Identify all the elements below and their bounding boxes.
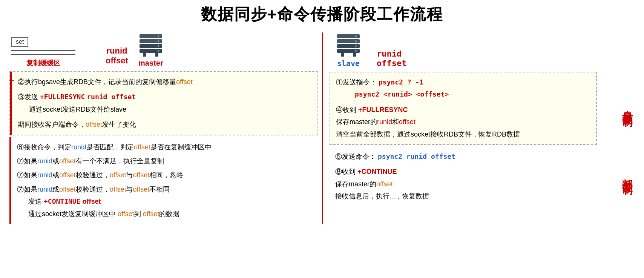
step4-s1-t2: 和	[392, 118, 399, 126]
step8-sub1: 保存master的offset	[335, 178, 593, 190]
step5-t1: ⑤发送命令：	[335, 153, 378, 160]
svg-point-5	[158, 40, 159, 42]
master-label: master	[138, 59, 163, 68]
step7a-offset: offset	[59, 157, 76, 165]
left-panel: set 复制缓缓区 runid offset	[8, 32, 322, 224]
step7c-t1: ⑦如果	[17, 186, 37, 193]
page-title: 数据同步+命令传播阶段工作流程	[8, 4, 636, 25]
step7c-off4: offset	[143, 210, 159, 218]
step7b-t2: 或	[52, 171, 59, 179]
period-row: 期间接收客户端命令，offset发生了变化	[18, 118, 312, 131]
vertical-divider	[322, 32, 323, 224]
step7b-t5: 相同，忽略	[149, 171, 183, 179]
step4-s1-t1: 保存master的	[336, 118, 377, 126]
step7b-offset: offset	[59, 171, 76, 179]
bu-fen-label-container: 部分复制	[618, 140, 636, 207]
master-server-icon	[136, 32, 166, 59]
step7c-offset: offset	[59, 186, 76, 193]
step7c-t2: 或	[52, 186, 59, 193]
right-main-content: ①发送指令： psync2 ? -1 psync2 <runid> <offse…	[330, 72, 618, 207]
step8-s2: 接收信息后，执行...，恢复数据	[335, 192, 429, 200]
svg-point-6	[158, 45, 159, 47]
step7c-s1-t1: 发送	[28, 198, 44, 205]
right-runid: runid	[377, 49, 402, 58]
red-bar-partial	[9, 137, 11, 224]
page-container: 数据同步+命令传播阶段工作流程 set 复制缓缓区 runid off	[0, 0, 644, 227]
step7c-off1: offset	[110, 186, 126, 193]
step3-runid-offset: runid offset	[87, 93, 136, 101]
svg-rect-8	[143, 53, 146, 57]
step7b-t1: ⑦如果	[17, 171, 37, 179]
right-partial-section: ⑤发送命令： psync2 runid offset ⑧收到 +CONTINUE…	[330, 147, 597, 206]
step1-sub: psync2 <runid> <offset>	[355, 88, 592, 100]
step5-row: ⑤发送命令： psync2 runid offset	[335, 151, 593, 163]
red-arrow-full: →	[8, 76, 15, 84]
step4-sub1: 保存master的runid和offset	[336, 116, 592, 128]
step7b-off2: offset	[133, 171, 149, 179]
quan-liang-label-container: 全量复制	[618, 72, 636, 140]
step8-s1-offset: offset	[376, 180, 393, 188]
side-labels: 全量复制 部分复制	[618, 72, 636, 207]
step6-t2: 是否匹配，判定	[86, 143, 134, 151]
step7c-t5: 不相同	[149, 186, 170, 193]
left-partial-section: ⑥接收命令，判定runid是否匹配，判定offset是否在复制缓冲区中 ⑦如果r…	[9, 137, 318, 224]
step4-fullresync: +FULLRESYNC	[358, 106, 408, 114]
step8-continue: +CONTINUE	[357, 168, 397, 175]
step4-row: ④收到 +FULLRESYNC	[336, 104, 592, 116]
left-full-replication-section: → ②执行bgsave生成RDB文件，记录当前的复制偏移量offset ③发送 …	[9, 71, 318, 135]
step8-sub2: 接收信息后，执行...，恢复数据	[335, 190, 593, 202]
bu-fen-label: 部分复制	[620, 170, 634, 177]
step3-row: ③发送 +FULLRESYNC runid offset	[18, 91, 312, 103]
step1-sub-text: psync2 <runid> <offset>	[355, 90, 449, 98]
step7b-off1: offset	[110, 171, 126, 179]
step6-t3: 是否在复制缓冲区中	[150, 143, 212, 151]
step6-t1: ⑥接收命令，判定	[17, 143, 71, 151]
svg-point-7	[158, 50, 159, 52]
step7a-t2: 或	[52, 157, 59, 165]
right-full-section: ①发送指令： psync2 ? -1 psync2 <runid> <offse…	[330, 72, 597, 145]
step7c-sub1: 发送 +CONTINUE offset	[28, 195, 313, 207]
step4-sub2: 清空当前全部数据，通过socket接收RDB文件，恢复RDB数据	[336, 128, 592, 140]
step3-text1: ③发送	[18, 93, 40, 101]
step2-row: ②执行bgsave生成RDB文件，记录当前的复制偏移量offset	[18, 76, 312, 88]
step7a-t1: ⑦如果	[17, 157, 37, 165]
right-content: ①发送指令： psync2 ? -1 psync2 <runid> <offse…	[330, 72, 636, 207]
step2-offset: offset	[176, 78, 193, 86]
step5-psync: psync2 runid offset	[378, 152, 455, 160]
step7c-continue: +CONTINUE	[44, 197, 81, 205]
slave-server-icon	[333, 32, 363, 59]
step1-psync: psync2	[379, 78, 403, 86]
step4-offset: offset	[399, 118, 416, 126]
step7c-s2-t2: 到	[134, 210, 143, 218]
step6-row: ⑥接收命令，判定runid是否匹配，判定offset是否在复制缓冲区中	[17, 141, 313, 153]
step7c-t3: 校验通过，	[76, 186, 110, 193]
step1-qm1: ? -1	[403, 78, 423, 86]
step7c-sub2: 通过socket发送复制缓冲区中 offset到 offset的数据	[28, 208, 313, 220]
step7b-row: ⑦如果runid或offset校验通过，offset与offset相同，忽略	[17, 169, 313, 181]
step7b-t3: 校验通过，	[76, 171, 110, 179]
step7c-s2-t3: 的数据	[159, 210, 179, 218]
step7a-t3: 有一个不满足，执行全量复制	[76, 157, 164, 165]
step7c-off2: offset	[133, 186, 149, 193]
step3-fullresync: +FULLRESYNC	[40, 93, 85, 101]
svg-rect-18	[341, 53, 344, 57]
step4-runid: runid	[377, 118, 392, 126]
step4-t1: ④收到	[336, 106, 358, 114]
step7c-s2-t1: 通过socket发送复制缓冲区中	[28, 210, 118, 218]
content-wrapper: set 复制缓缓区 runid offset	[8, 32, 636, 224]
period-text1: 期间接收客户端命令，	[18, 121, 86, 128]
svg-point-17	[355, 50, 357, 52]
slave-label: slave	[337, 59, 360, 68]
step3-sub: 通过socket发送RDB文件给slave	[29, 103, 312, 115]
right-offset: offset	[377, 58, 406, 68]
step7c-off3: offset	[118, 210, 134, 218]
step7b-t4: 与	[126, 171, 133, 179]
step8-row: ⑧收到 +CONTINUE	[335, 166, 593, 178]
step8-s1-t1: 保存master的	[335, 180, 376, 188]
quan-liang-label: 全量复制	[620, 102, 634, 109]
set-box: set	[11, 37, 28, 47]
period-offset: offset	[86, 121, 102, 128]
svg-point-14	[355, 35, 357, 37]
step8-t1: ⑧收到	[335, 168, 357, 175]
step7b-runid: runid	[37, 171, 52, 179]
